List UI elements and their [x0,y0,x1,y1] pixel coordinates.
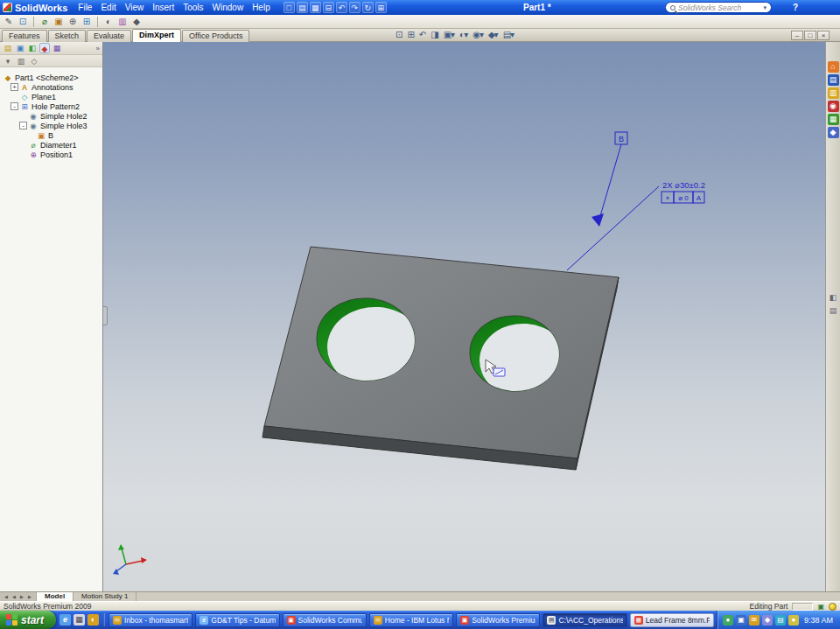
tab-model[interactable]: Model [37,592,74,601]
hide-show-items-icon[interactable]: ◉▾ [472,30,483,39]
file-explorer-icon[interactable]: ▥ [828,87,839,99]
tray-icon-3[interactable]: ✉ [749,615,760,626]
zoom-fit-icon[interactable]: ⊡ [396,30,402,39]
close-doc-icon[interactable]: × [817,31,830,40]
tree-item-datum-b[interactable]: ▣ B [2,130,102,140]
new-document-icon[interactable]: □ [284,2,295,13]
menu-insert[interactable]: Insert [148,0,178,15]
tree-item-plane1[interactable]: ◇ Plane1 [2,92,102,101]
first-tab-icon[interactable]: ◀ [3,594,10,599]
tree-item-simple-hole2[interactable]: ◉ Simple Hole2 [2,111,102,121]
copy-scheme-icon[interactable]: ▥ [116,16,129,28]
tray-icon-1[interactable]: ● [723,615,733,626]
custom-properties-icon[interactable]: ▦ [828,114,839,125]
propertymanager-tab-icon[interactable]: ▣ [15,43,25,53]
search-dropdown-icon[interactable]: ▾ [763,4,766,11]
menu-tools[interactable]: Tools [178,0,207,15]
displaymanager-tab-icon[interactable]: ▦ [52,43,62,53]
rebuild-icon[interactable]: ↻ [362,2,374,13]
part-top-face[interactable] [264,247,619,458]
view-orientation-icon[interactable]: ▣▾ [444,30,454,39]
expand-icon[interactable]: + [10,83,18,91]
menu-window[interactable]: Window [208,0,248,15]
save-icon[interactable]: ▦ [310,2,321,13]
pin-icon[interactable]: ◇ [29,56,39,66]
section-view-icon[interactable]: ◨ [430,30,438,39]
redo-icon[interactable]: ↷ [349,2,360,13]
taskbar-button-acc-operations[interactable]: ▤ C:\ACC_Operations\... [542,613,626,627]
tree-item-diameter1[interactable]: ⌀ Diameter1 [2,140,102,150]
size-dimension-icon[interactable]: ⌀ [38,16,51,28]
tree-display-icon[interactable]: ▾ [3,56,13,66]
start-button[interactable]: start [0,611,56,629]
undo-icon[interactable]: ↶ [336,2,347,13]
collapse-icon[interactable]: - [19,122,27,129]
taskbar-button-lotus-home[interactable]: ✉ Home - IBM Lotus Notes [369,613,453,627]
options-icon[interactable]: ⊞ [375,2,387,13]
lotus-quicklaunch-icon[interactable]: ◐ [88,614,99,626]
previous-view-icon[interactable]: ↶ [419,30,425,39]
datum-b-annotation[interactable] [592,132,627,227]
search-pane-icon[interactable]: ◉ [828,101,839,112]
tab-evaluate[interactable]: Evaluate [87,30,131,42]
edit-appearance-icon[interactable]: ◆▾ [488,30,498,39]
menu-view[interactable]: View [121,0,149,15]
dimension-text[interactable]: 2X ⌀30±0.2 [662,180,705,190]
collapse-icon[interactable]: - [10,102,18,110]
tray-icon-4[interactable]: ◆ [762,615,773,626]
status-led-icon[interactable] [829,603,836,611]
pane-handle-icon[interactable]: ◧ [828,292,839,304]
tree-item-simple-hole3[interactable]: - ◉ Simple Hole3 [2,121,102,130]
minimize-doc-icon[interactable]: – [791,31,803,40]
hole-dimension-annotation[interactable] [567,186,659,270]
tab-motion-study-1[interactable]: Motion Study 1 [74,592,136,601]
show-desktop-icon[interactable]: ▦ [74,614,85,626]
resources-icon[interactable]: ⌂ [828,61,839,73]
featuremanager-tab-icon[interactable]: ▤ [3,43,13,53]
search-box[interactable]: ▾ [665,2,772,13]
last-tab-icon[interactable]: ▶ [26,594,33,599]
open-icon[interactable]: ▤ [297,2,308,13]
show-tolerance-status-icon[interactable]: ◐ [102,16,115,28]
graphics-viewport[interactable]: 2X ⌀30±0.2 ⌖ ⌀ 0 A B [103,42,825,591]
print-icon[interactable]: ⊟ [323,2,334,13]
taskbar-button-sw-premium[interactable]: ▣ SolidWorks Premium 2... [456,613,540,627]
search-input[interactable] [678,3,760,12]
restore-doc-icon[interactable]: □ [804,31,816,40]
tree-item-position1[interactable]: ⊕ Position1 [2,150,102,159]
tray-icon-5[interactable]: ▤ [775,615,786,626]
next-tab-icon[interactable]: ▶ [18,594,25,599]
tray-icon-6[interactable]: ● [788,615,799,626]
menu-edit[interactable]: Edit [96,0,120,15]
tab-sketch[interactable]: Sketch [48,30,87,42]
pane-tab-icon[interactable]: ▤ [828,305,839,317]
menu-file[interactable]: File [74,0,96,15]
display-style-icon[interactable]: ◐▾ [459,30,467,39]
taskbar-button-gdt-tips[interactable]: e GD&T Tips - Datum - ... [195,613,279,627]
taskbar-button-lead-frame-pdf[interactable]: ▦ Lead Frame 8mm.PDF... [630,613,714,627]
auto-dimension-icon[interactable]: ✎ [3,16,15,28]
tray-icon-2[interactable]: ▣ [736,615,746,626]
graphics-area[interactable]: 2X ⌀30±0.2 ⌖ ⌀ 0 A B [103,42,825,591]
tab-dimxpert[interactable]: DimXpert [132,29,181,42]
dimxpertmanager-tab-icon[interactable]: ◆ [39,43,50,53]
collapse-pane-icon[interactable]: » [96,45,100,52]
part-body[interactable] [262,247,619,470]
taskbar-button-sw-community[interactable]: ▣ SolidWorks Communi... [283,613,367,627]
taskbar-button-inbox[interactable]: ✉ Inbox - thomasmartin... [108,613,192,627]
tolanalyst-icon[interactable]: ◆ [130,16,143,28]
menu-help[interactable]: Help [248,0,275,15]
tree-item-hole-pattern2[interactable]: - ⊞ Hole Pattern2 [2,101,102,111]
help-icon[interactable]: ? [793,0,798,15]
location-dimension-icon[interactable]: ⊡ [17,16,29,28]
apply-scene-icon[interactable]: ▤▾ [503,30,514,39]
document-recovery-icon[interactable]: ◆ [828,127,839,138]
prev-tab-icon[interactable]: ◀ [10,594,18,599]
tab-features[interactable]: Features [2,30,47,42]
filter-icon[interactable]: ▥ [16,56,26,66]
tree-item-annotations[interactable]: + A Annotations [2,82,102,92]
ie-quicklaunch-icon[interactable]: e [60,614,71,626]
tab-office-products[interactable]: Office Products [182,30,249,42]
design-library-icon[interactable]: ▤ [828,74,839,86]
pattern-feature-icon[interactable]: ⊞ [80,16,93,28]
